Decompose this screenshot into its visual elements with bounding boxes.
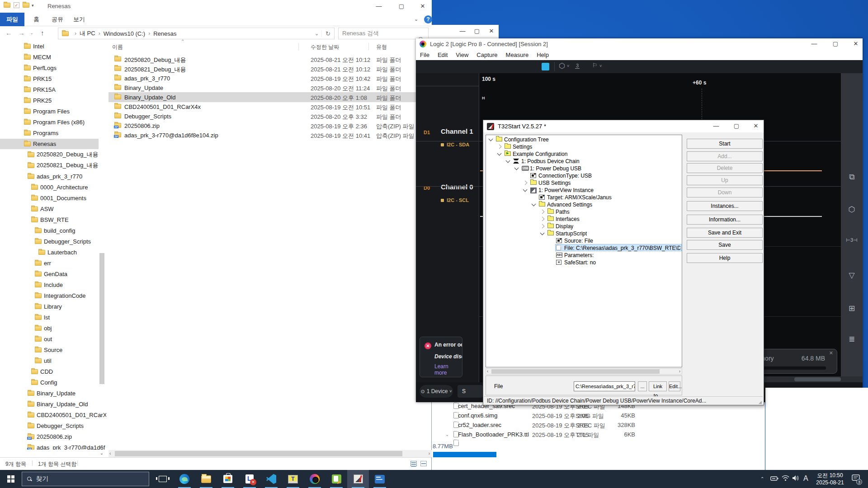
address-bar[interactable]: ›내 PC›Windows10 (C:)›Renesas ⌄ ↻ [58, 28, 335, 39]
sidebar-item[interactable]: adas_prk_3-r770@da1d6f [28, 442, 105, 450]
taskbar-app-windows-terminal[interactable] [369, 470, 391, 488]
ribbon-tab-1[interactable]: 홈 [27, 13, 46, 26]
chevron-right-icon[interactable] [540, 210, 545, 214]
tree-hscrollbar[interactable]: ‹ › [486, 368, 682, 375]
sidebar-item[interactable]: Program Files (x86) [24, 117, 85, 127]
information-button[interactable]: Information... [687, 215, 763, 225]
table-row[interactable]: Flash_Bootloader_PRK3.ttl2025-08-19 오후 2… [432, 430, 762, 440]
clock[interactable]: 오전 10:50 2025-08-21 [813, 472, 847, 486]
taskbar-app-trace32-powerview[interactable] [282, 470, 304, 488]
close-icon[interactable]: ✕ [481, 25, 502, 38]
table-row[interactable]: Binary_Update2025-08-20 오전 11:24파일 폴더 [108, 84, 425, 93]
flag-dropdown-icon[interactable]: ˅ [599, 64, 602, 68]
recent-dropdown-icon[interactable]: ⌄ [30, 30, 33, 35]
hscrollbar-thumb[interactable] [115, 451, 402, 456]
ribbon-tab-0[interactable]: 파일 [0, 13, 24, 26]
t32start-titlebar[interactable]: T32Start V2.5.27 * — ▢ ✕ [483, 120, 764, 132]
chevron-down-icon[interactable] [540, 231, 545, 235]
hscrollbar-thumb[interactable] [491, 369, 660, 374]
sidebar-item[interactable]: MECM [24, 52, 51, 62]
sidebar-item[interactable]: 20250806.zip [28, 432, 72, 441]
analyzer-scl-label[interactable]: I2C - SCL [441, 197, 469, 203]
link-to-button[interactable]: Link to... [649, 381, 667, 391]
start-button[interactable] [0, 470, 22, 488]
close-icon[interactable]: ✕ [829, 350, 833, 356]
tree-item[interactable]: ABCParameters: [486, 252, 682, 259]
help-icon[interactable]: ? [424, 15, 432, 23]
ribbon-tab-3[interactable]: 보기 [67, 13, 91, 26]
table-row[interactable]: 20250820_Debug_내용2025-08-21 오전 10:12파일 폴… [108, 55, 425, 65]
chevron-right-icon[interactable] [523, 181, 528, 185]
column-header-name[interactable]: 이름 [112, 43, 123, 51]
sidebar-item[interactable]: PRK25 [24, 95, 52, 105]
channel-1-name[interactable]: Channel 1 [441, 127, 473, 135]
taskbar-app-t32start[interactable] [347, 470, 369, 488]
sidebar-item[interactable]: BSW_RTE [31, 215, 69, 225]
logic2-hscrollbar[interactable] [762, 376, 863, 382]
sidebar-item[interactable]: Source [35, 345, 62, 355]
sidebar-item[interactable]: Debugger_Scripts [35, 236, 91, 246]
filelist-hscrollbar[interactable]: ‹ › [108, 450, 432, 457]
maximize-icon[interactable]: ▢ [727, 120, 745, 132]
tree-item[interactable]: 1: Podbus Device Chain [486, 158, 682, 165]
tray-expand-icon[interactable]: ⌃ [760, 476, 764, 481]
taskbar-search[interactable]: 찾기 [22, 472, 149, 486]
save-button[interactable]: Save [687, 240, 763, 250]
sidebar-item[interactable]: util [35, 356, 52, 366]
sidebar-item[interactable]: Binary_Update [28, 388, 75, 398]
tag-icon[interactable]: ▽ [841, 271, 863, 280]
search-input[interactable]: Renesas 검색 [338, 28, 429, 39]
table-row[interactable]: 20250806.zip2025-08-19 오후 2:36압축(ZIP) 파일 [108, 122, 425, 131]
device-button[interactable]: ⊙ 1 Device ˅ [420, 385, 453, 398]
tree-item[interactable]: Example Configuration [486, 150, 682, 158]
sidebar-item[interactable]: build_config [35, 225, 75, 235]
edit-button[interactable]: Edit... [669, 381, 680, 391]
taskbar-app-file-explorer[interactable] [195, 470, 217, 488]
table-row[interactable]: adas_prk_3_r7702025-08-19 오전 10:42파일 폴더 [108, 74, 425, 84]
analyzer-sda-label[interactable]: I2C - SDA [441, 142, 469, 147]
menu-edit[interactable]: Edit [438, 52, 448, 58]
sidebar-item[interactable]: Renesas [24, 139, 56, 149]
menu-help[interactable]: Help [537, 52, 549, 58]
taskbar-app-edge[interactable] [174, 470, 195, 488]
close-icon[interactable]: ✕ [412, 0, 433, 13]
start-button-partial[interactable]: S [458, 385, 483, 398]
chevron-down-icon[interactable] [514, 166, 519, 170]
tree-item[interactable]: File: C:\Renesas\adas_prk_3_r770\BSW_RTE… [486, 244, 682, 252]
chevron-right-icon[interactable] [497, 145, 502, 149]
sidebar-item[interactable]: 20250820_Debug_내용 [28, 150, 99, 160]
chevron-right-icon[interactable] [540, 217, 545, 221]
chevron-down-icon[interactable] [497, 151, 502, 156]
sidebar-item[interactable]: IntegrationCode [35, 291, 86, 300]
taskbar-app-vscode[interactable] [260, 470, 282, 488]
volume-icon[interactable] [792, 475, 800, 483]
sidebar-item[interactable]: 20250821_Debug_내용 [28, 160, 99, 170]
breadcrumb-item-2[interactable]: Renesas [153, 30, 176, 37]
table-row[interactable]: conf.qnx6.simg2025-08-19 오후 2:05SIMG 파일4… [432, 411, 762, 421]
tree-item[interactable]: Advanced Settings [486, 201, 682, 208]
menu-view[interactable]: View [456, 52, 468, 58]
measure-3-icon[interactable]: 3 [575, 63, 580, 69]
table-row[interactable]: adas_prk_3-r770@da1d6f8e104.zip2025-08-1… [108, 131, 425, 141]
maximize-icon[interactable]: ▢ [825, 38, 846, 50]
sidebar-item[interactable]: Program Files [24, 106, 70, 116]
sidebar-item[interactable]: Debugger_Scripts [28, 421, 84, 431]
taskbar-app-microsoft-store[interactable] [217, 470, 239, 488]
ribbon-tab-2[interactable]: 공유 [45, 13, 70, 26]
refresh-icon[interactable]: ↻ [321, 30, 334, 37]
save-and-exit-button[interactable]: Save and Exit [687, 228, 763, 238]
breadcrumb-item-1[interactable]: Windows10 (C:) [104, 30, 145, 37]
sidebar-item[interactable]: Config [31, 377, 57, 387]
hscrollbar-thumb[interactable] [794, 377, 841, 381]
table-row[interactable]: Debugger_Scripts2025-08-20 오후 3:32파일 폴더 [108, 112, 425, 122]
sidebar-scroll-down-icon[interactable]: ⌄ [99, 450, 105, 456]
hex-1f-icon[interactable]: ⬡ [841, 205, 863, 214]
taskbar-app-notepadpp[interactable] [326, 470, 347, 488]
tree-item[interactable]: ConnectionType: USB [486, 172, 682, 179]
sidebar-item[interactable]: out [35, 334, 52, 344]
channel-0-name[interactable]: Channel 0 [441, 183, 473, 191]
layers-icon[interactable]: ⧉ [841, 173, 863, 182]
scroll-left-icon[interactable]: ‹ [487, 369, 488, 374]
sidebar-item[interactable]: lst [35, 312, 50, 322]
flag-icon[interactable]: ⚐ [592, 62, 598, 69]
